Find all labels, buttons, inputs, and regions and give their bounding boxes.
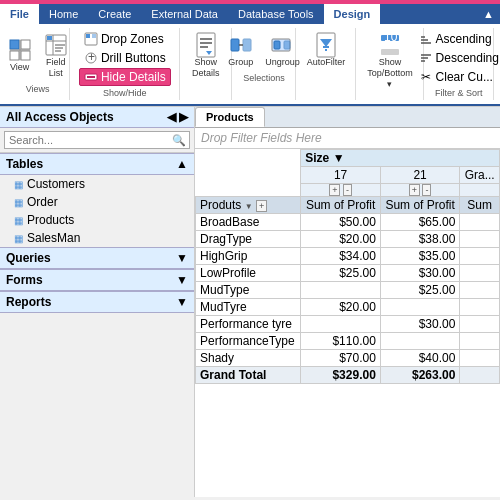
expand-ribbon-icon[interactable]: ▲ <box>483 8 494 20</box>
sidebar-section-queries: Queries ▼ <box>0 247 194 269</box>
size-header-row: Size ▼ <box>196 150 500 167</box>
col-values-row: 17 21 Gra... <box>196 167 500 184</box>
salesman-label: SalesMan <box>27 231 80 245</box>
svg-rect-28 <box>274 41 280 49</box>
group-icon <box>229 33 253 57</box>
sidebar-item-products[interactable]: ▦ Products <box>0 211 194 229</box>
tab-design[interactable]: Design <box>324 4 381 24</box>
ascending-label: Ascending <box>436 32 492 46</box>
sum-col3: Sum <box>460 197 500 214</box>
size-header[interactable]: Size ▼ <box>301 150 500 167</box>
row-val1: $20.00 <box>301 299 381 316</box>
queries-label: Queries <box>6 251 51 265</box>
row-name: DragType <box>196 231 301 248</box>
customers-label: Customers <box>27 177 85 191</box>
autofilter-button[interactable]: AutoFilter <box>302 30 351 71</box>
tab-products[interactable]: Products <box>195 107 265 127</box>
tables-section-header[interactable]: Tables ▲ <box>0 153 194 175</box>
produts-header[interactable]: Produts ▼ + <box>196 197 301 214</box>
sum-profit-1: Sum of Profit <box>301 197 381 214</box>
tab-home[interactable]: Home <box>39 4 88 24</box>
col-grand: Gra... <box>460 167 500 184</box>
descending-button[interactable]: Descending <box>414 49 500 67</box>
ungroup-label: Ungroup <box>265 57 300 68</box>
reports-section-header[interactable]: Reports ▼ <box>0 291 194 313</box>
tab-create[interactable]: Create <box>88 4 141 24</box>
group-label: Group <box>228 57 253 68</box>
svg-rect-15 <box>92 34 96 38</box>
row-name: Shady <box>196 350 301 367</box>
svg-rect-14 <box>86 34 90 38</box>
views-buttons: View Field List <box>3 30 73 82</box>
spacer-cell <box>196 167 301 184</box>
tab-file[interactable]: File <box>0 4 39 24</box>
ascending-button[interactable]: Ascending <box>414 30 500 48</box>
tables-label: Tables <box>6 157 43 171</box>
plus-17[interactable]: + <box>329 184 340 196</box>
queries-section-header[interactable]: Queries ▼ <box>0 247 194 269</box>
row-name: Performance tyre <box>196 316 301 333</box>
row-val2: $40.00 <box>380 350 460 367</box>
sidebar-item-salesman[interactable]: ▦ SalesMan <box>0 229 194 247</box>
row-val2: $38.00 <box>380 231 460 248</box>
forms-section-header[interactable]: Forms ▼ <box>0 269 194 291</box>
pivot-table: Size ▼ 17 21 Gra... + - <box>195 149 500 384</box>
row-val1 <box>301 282 381 299</box>
order-label: Order <box>27 195 58 209</box>
row-val2: $35.00 <box>380 248 460 265</box>
sidebar-expand-icon[interactable]: ◀ <box>167 110 176 124</box>
group-button[interactable]: Group <box>223 30 258 71</box>
plus-produts[interactable]: + <box>256 200 267 212</box>
row-val3 <box>460 265 500 282</box>
row-val2: $263.00 <box>380 367 460 384</box>
view-button[interactable]: View <box>3 35 37 76</box>
row-val3 <box>460 350 500 367</box>
table-icon-products: ▦ <box>14 215 23 226</box>
sidebar-header: All Access Objects ◀ ▶ <box>0 107 194 128</box>
group-selections: Group Ungroup Selections <box>232 28 296 100</box>
field-header-row: Produts ▼ + Sum of Profit Sum of Profit … <box>196 197 500 214</box>
tables-collapse-icon: ▲ <box>176 157 188 171</box>
views-group-label: Views <box>26 84 50 94</box>
sidebar-menu-icon[interactable]: ▶ <box>179 110 188 124</box>
table-row: MudType$25.00 <box>196 282 500 299</box>
clear-cut-button[interactable]: ✂ Clear Cu... <box>414 68 500 86</box>
plusminus-row: + - + - <box>196 184 500 197</box>
pivot-area[interactable]: Size ▼ 17 21 Gra... + - <box>195 149 500 497</box>
main-container: All Access Objects ◀ ▶ 🔍 Tables ▲ ▦ Cust… <box>0 107 500 497</box>
reports-expand-icon: ▼ <box>176 295 188 309</box>
tab-bar: Products <box>195 107 500 128</box>
table-icon-customers: ▦ <box>14 179 23 190</box>
table-row: LowProfile$25.00$30.00 <box>196 265 500 282</box>
autofilter-icon <box>314 33 338 57</box>
table-row: MudTyre$20.00 <box>196 299 500 316</box>
sidebar-item-customers[interactable]: ▦ Customers <box>0 175 194 193</box>
drill-buttons-icon: + <box>84 51 98 65</box>
row-val2: $30.00 <box>380 316 460 333</box>
minus-21[interactable]: - <box>422 184 431 196</box>
drill-buttons-button[interactable]: + Drill Buttons <box>79 49 171 67</box>
show-details-button[interactable]: Show Details <box>186 30 225 82</box>
drop-zones-button[interactable]: Drop Zones <box>79 30 169 48</box>
svg-text:+: + <box>88 51 95 64</box>
tab-database-tools[interactable]: Database Tools <box>228 4 324 24</box>
produts-dropdown[interactable]: ▼ <box>245 202 253 211</box>
row-val3 <box>460 231 500 248</box>
plus-21[interactable]: + <box>409 184 420 196</box>
search-input[interactable] <box>4 131 190 149</box>
queries-expand-icon: ▼ <box>176 251 188 265</box>
spacer-pm <box>196 184 301 197</box>
field-list-button[interactable]: Field List <box>39 30 73 82</box>
ungroup-icon <box>270 33 294 57</box>
show-topbottom-button[interactable]: 10 Show Top/Bottom ▾ <box>362 30 418 92</box>
size-header-label: Size ▼ <box>305 151 344 165</box>
row-name: MudTyre <box>196 299 301 316</box>
group-show-hide: Drop Zones + Drill Buttons Hide Details … <box>70 28 180 100</box>
hide-details-button[interactable]: Hide Details <box>79 68 171 86</box>
sidebar-icons: ◀ ▶ <box>167 110 188 124</box>
row-val1: $50.00 <box>301 214 381 231</box>
minus-17[interactable]: - <box>343 184 352 196</box>
tab-external-data[interactable]: External Data <box>141 4 228 24</box>
sidebar-item-order[interactable]: ▦ Order <box>0 193 194 211</box>
hide-details-label: Hide Details <box>101 70 166 84</box>
